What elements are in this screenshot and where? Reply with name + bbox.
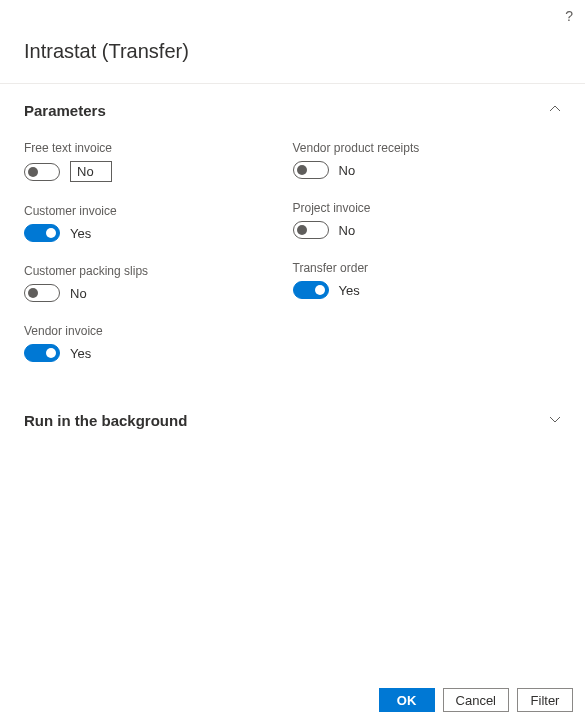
toggle-value: Yes xyxy=(339,283,360,298)
field-label: Customer packing slips xyxy=(24,264,293,278)
field-transfer-order: Transfer order Yes xyxy=(293,261,562,299)
field-label: Vendor invoice xyxy=(24,324,293,338)
section-background: Run in the background xyxy=(0,394,585,439)
section-background-title: Run in the background xyxy=(24,412,187,429)
dialog-header: Intrastat (Transfer) xyxy=(0,0,585,83)
toggle-value: No xyxy=(70,286,87,301)
section-parameters-body: Free text invoice No Customer invoice Ye… xyxy=(24,119,561,384)
chevron-up-icon xyxy=(549,103,561,118)
field-label: Project invoice xyxy=(293,201,562,215)
field-label: Customer invoice xyxy=(24,204,293,218)
dialog-title: Intrastat (Transfer) xyxy=(24,40,561,63)
field-vendor-invoice: Vendor invoice Yes xyxy=(24,324,293,362)
field-customer-packing-slips: Customer packing slips No xyxy=(24,264,293,302)
toggle-value-input[interactable]: No xyxy=(70,161,112,182)
chevron-down-icon xyxy=(549,413,561,428)
column-left: Free text invoice No Customer invoice Ye… xyxy=(24,141,293,384)
toggle-project-invoice[interactable] xyxy=(293,221,329,239)
ok-button[interactable]: OK xyxy=(379,688,435,712)
toggle-value: Yes xyxy=(70,226,91,241)
section-parameters-title: Parameters xyxy=(24,102,106,119)
toggle-value: Yes xyxy=(70,346,91,361)
toggle-free-text-invoice[interactable] xyxy=(24,163,60,181)
field-customer-invoice: Customer invoice Yes xyxy=(24,204,293,242)
field-label: Free text invoice xyxy=(24,141,293,155)
toggle-vendor-invoice[interactable] xyxy=(24,344,60,362)
column-right: Vendor product receipts No Project invoi… xyxy=(293,141,562,384)
dialog-footer: OK Cancel Filter xyxy=(0,684,585,714)
toggle-transfer-order[interactable] xyxy=(293,281,329,299)
section-parameters: Parameters Free text invoice No Customer… xyxy=(0,84,585,394)
toggle-vendor-product-receipts[interactable] xyxy=(293,161,329,179)
section-background-header[interactable]: Run in the background xyxy=(24,412,561,429)
field-free-text-invoice: Free text invoice No xyxy=(24,141,293,182)
field-label: Vendor product receipts xyxy=(293,141,562,155)
toggle-value: No xyxy=(339,223,356,238)
field-vendor-product-receipts: Vendor product receipts No xyxy=(293,141,562,179)
cancel-button[interactable]: Cancel xyxy=(443,688,509,712)
filter-button[interactable]: Filter xyxy=(517,688,573,712)
toggle-customer-invoice[interactable] xyxy=(24,224,60,242)
help-icon[interactable]: ? xyxy=(565,8,573,24)
toggle-customer-packing-slips[interactable] xyxy=(24,284,60,302)
section-parameters-header[interactable]: Parameters xyxy=(24,102,561,119)
field-project-invoice: Project invoice No xyxy=(293,201,562,239)
field-label: Transfer order xyxy=(293,261,562,275)
toggle-value: No xyxy=(339,163,356,178)
